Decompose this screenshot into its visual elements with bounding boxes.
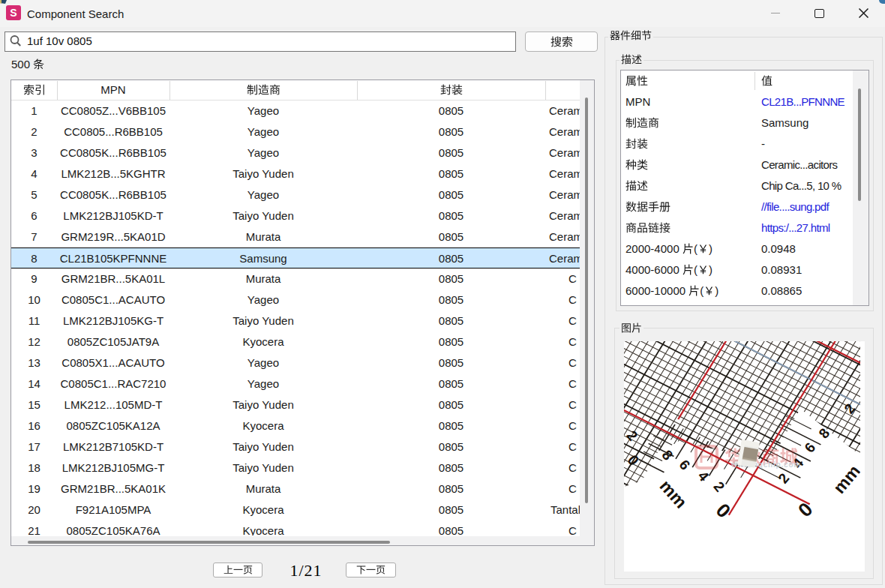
svg-text:4: 4 — [695, 468, 712, 484]
svg-text:mm: mm — [830, 461, 864, 497]
svg-text:6: 6 — [676, 457, 694, 473]
svg-text:mm: mm — [656, 476, 692, 512]
svg-text:0: 0 — [624, 452, 642, 469]
svg-text:2: 2 — [711, 478, 728, 495]
svg-text:2: 2 — [624, 428, 640, 444]
svg-text:8: 8 — [816, 425, 833, 442]
